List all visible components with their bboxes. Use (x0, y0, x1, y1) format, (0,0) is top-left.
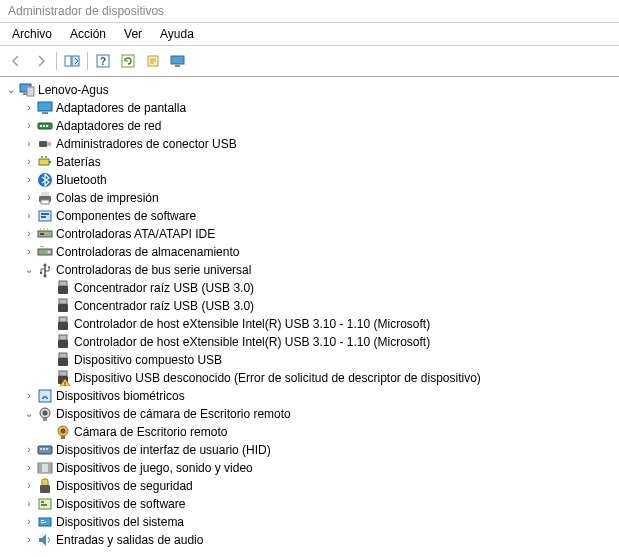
tree-device[interactable]: Controlador de host eXtensible Intel(R) … (4, 315, 619, 333)
tree-expander[interactable]: › (22, 207, 36, 225)
tree-category[interactable]: › Baterías (4, 153, 619, 171)
computer-icon (18, 82, 36, 98)
tree-expander[interactable]: › (22, 495, 36, 513)
tree-expander[interactable]: › (22, 477, 36, 495)
tree-category[interactable]: › Dispositivos de juego, sonido y video (4, 459, 619, 477)
tree-expander[interactable]: ⌄ (22, 261, 36, 279)
tree-device-label: Concentrador raíz USB (USB 3.0) (72, 297, 254, 315)
media-icon (36, 460, 54, 476)
camera-child-icon (54, 424, 72, 440)
window-title: Administrador de dispositivos (0, 0, 619, 23)
tree-category[interactable]: › Controladoras de almacenamiento (4, 243, 619, 261)
tree-category[interactable]: › Componentes de software (4, 207, 619, 225)
tree-expander[interactable]: › (22, 99, 36, 117)
device-tree[interactable]: ⌄ Lenovo-Agus › Adaptadores de pantalla … (0, 77, 619, 549)
tree-category[interactable]: › Colas de impresión (4, 189, 619, 207)
tree-category[interactable]: ⌄ Controladoras de bus serie universal (4, 261, 619, 279)
security-icon (36, 478, 54, 494)
tree-expander[interactable]: › (22, 531, 36, 549)
toolbar-help-button[interactable]: ? (91, 49, 115, 73)
network-icon (36, 118, 54, 134)
tree-device[interactable]: Dispositivo compuesto USB (4, 351, 619, 369)
svg-rect-0 (65, 56, 71, 66)
tree-category[interactable]: › Adaptadores de pantalla (4, 99, 619, 117)
tree-device-label: Concentrador raíz USB (USB 3.0) (72, 279, 254, 297)
display-icon (36, 100, 54, 116)
tree-category-label: Dispositivos del sistema (54, 513, 184, 531)
battery-icon (36, 154, 54, 170)
toolbar: ? (0, 46, 619, 77)
toolbar-forward-button[interactable] (29, 49, 53, 73)
tree-category[interactable]: › Dispositivos de software (4, 495, 619, 513)
tree-category-label: Dispositivos de software (54, 495, 185, 513)
arrow-right-icon (34, 54, 48, 68)
tree-expander[interactable]: ⌄ (4, 81, 18, 99)
tree-expander[interactable]: ⌄ (22, 405, 36, 423)
tree-expander[interactable]: › (22, 441, 36, 459)
system-icon (36, 514, 54, 530)
toolbar-refresh-button[interactable] (116, 49, 140, 73)
tree-category[interactable]: › Dispositivos biométricos (4, 387, 619, 405)
usb-warn-icon (54, 370, 72, 386)
menu-bar: Archivo Acción Ver Ayuda (0, 23, 619, 46)
tree-category[interactable]: › Bluetooth (4, 171, 619, 189)
tree-category[interactable]: › Dispositivos de interfaz de usuario (H… (4, 441, 619, 459)
tree-category[interactable]: › Controladoras ATA/ATAPI IDE (4, 225, 619, 243)
tree-device[interactable]: Cámara de Escritorio remoto (4, 423, 619, 441)
ide-icon (36, 226, 54, 242)
toolbar-separator (87, 52, 88, 70)
tree-expander[interactable]: › (22, 243, 36, 261)
tree-expander[interactable]: › (22, 171, 36, 189)
tree-category[interactable]: › Adaptadores de red (4, 117, 619, 135)
tree-expander[interactable]: › (22, 513, 36, 531)
toolbar-up-button[interactable] (60, 49, 84, 73)
refresh-icon (121, 54, 135, 68)
usb-plug-icon (54, 334, 72, 350)
tree-category-label: Baterías (54, 153, 101, 171)
tree-expander[interactable]: › (22, 387, 36, 405)
tree-expander[interactable]: › (22, 117, 36, 135)
tree-expander[interactable]: › (22, 153, 36, 171)
toolbar-properties-button[interactable] (141, 49, 165, 73)
menu-archivo[interactable]: Archivo (4, 25, 60, 43)
tree-expander[interactable]: › (22, 135, 36, 153)
tree-category-label: Dispositivos biométricos (54, 387, 185, 405)
software-icon (36, 208, 54, 224)
tree-device[interactable]: Controlador de host eXtensible Intel(R) … (4, 333, 619, 351)
tree-expander[interactable]: › (22, 225, 36, 243)
tree-category-label: Controladoras de bus serie universal (54, 261, 251, 279)
tree-device[interactable]: Concentrador raíz USB (USB 3.0) (4, 279, 619, 297)
tree-category[interactable]: ⌄ Dispositivos de cámara de Escritorio r… (4, 405, 619, 423)
svg-rect-9 (171, 56, 184, 64)
menu-accion[interactable]: Acción (62, 25, 114, 43)
tree-expander[interactable]: › (22, 459, 36, 477)
tree-category[interactable]: › Entradas y salidas de audio (4, 531, 619, 549)
tree-expander[interactable]: › (22, 189, 36, 207)
menu-ayuda[interactable]: Ayuda (152, 25, 202, 43)
toolbar-monitor-button[interactable] (166, 49, 190, 73)
tree-category[interactable]: › Dispositivos de seguridad (4, 477, 619, 495)
usb-plug-icon (54, 280, 72, 296)
usb-plug-icon (54, 316, 72, 332)
tree-category[interactable]: › Administradores de conector USB (4, 135, 619, 153)
svg-rect-10 (175, 65, 180, 67)
audio-icon (36, 532, 54, 548)
tree-category-label: Dispositivos de interfaz de usuario (HID… (54, 441, 271, 459)
tree-category-label: Dispositivos de cámara de Escritorio rem… (54, 405, 291, 423)
tree-device-label: Controlador de host eXtensible Intel(R) … (72, 315, 430, 333)
tree-category-label: Dispositivos de juego, sonido y video (54, 459, 253, 477)
tree-category-label: Controladoras de almacenamiento (54, 243, 239, 261)
tree-root[interactable]: ⌄ Lenovo-Agus (4, 81, 619, 99)
tree-device[interactable]: Dispositivo USB desconocido (Error de so… (4, 369, 619, 387)
tree-category-label: Componentes de software (54, 207, 196, 225)
menu-ver[interactable]: Ver (116, 25, 150, 43)
tree-device-label: Dispositivo compuesto USB (72, 351, 222, 369)
properties-icon (146, 54, 160, 68)
camera-icon (36, 406, 54, 422)
tree-category[interactable]: › Dispositivos del sistema (4, 513, 619, 531)
toolbar-back-button[interactable] (4, 49, 28, 73)
tree-category-label: Controladoras ATA/ATAPI IDE (54, 225, 215, 243)
tree-device[interactable]: Concentrador raíz USB (USB 3.0) (4, 297, 619, 315)
tree-category-label: Entradas y salidas de audio (54, 531, 203, 549)
monitor-icon (170, 54, 186, 68)
